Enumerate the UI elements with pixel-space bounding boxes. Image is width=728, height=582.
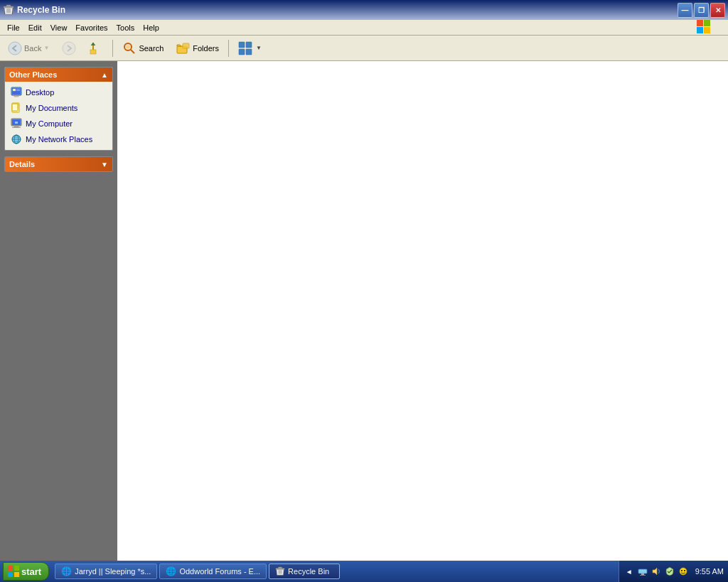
svg-rect-21 bbox=[246, 49, 252, 55]
toolbar-separator-1 bbox=[112, 40, 113, 57]
svg-rect-27 bbox=[16, 89, 20, 90]
svg-point-11 bbox=[63, 42, 75, 55]
svg-point-57 bbox=[681, 570, 682, 571]
menu-bar: File Edit View Favorites Tools Help bbox=[0, 20, 728, 36]
svg-rect-8 bbox=[697, 27, 703, 33]
windows-xp-logo bbox=[697, 20, 725, 34]
toolbar-separator-2 bbox=[228, 40, 229, 57]
folders-icon bbox=[176, 41, 191, 55]
toolbar: Back ▼ bbox=[0, 36, 728, 61]
svg-rect-2 bbox=[6, 5, 11, 6]
svg-rect-55 bbox=[640, 575, 646, 576]
sidebar: Other Places ▲ bbox=[0, 61, 117, 561]
taskbar: start 🌐 Jarryd || Sleeping *s... 🌐 Oddwo… bbox=[0, 561, 728, 582]
taskbar-item-icon-2: 🌐 bbox=[166, 566, 176, 576]
details-panel: Details ▼ bbox=[4, 156, 113, 172]
svg-rect-20 bbox=[239, 49, 245, 55]
svg-point-58 bbox=[684, 570, 685, 571]
windows-flag-icon bbox=[8, 566, 19, 577]
taskbar-item-icon-1: 🌐 bbox=[61, 566, 72, 576]
view-button[interactable]: ▼ bbox=[233, 38, 267, 58]
sidebar-item-my-network-places[interactable]: My Network Places bbox=[5, 131, 112, 147]
taskbar-item-label-3: Recycle Bin bbox=[288, 567, 329, 576]
view-icon bbox=[238, 41, 252, 55]
folders-button[interactable]: Folders bbox=[171, 38, 224, 58]
svg-rect-54 bbox=[641, 573, 644, 575]
back-arrow-icon: ▼ bbox=[43, 45, 49, 51]
menu-view[interactable]: View bbox=[46, 22, 72, 33]
restore-button[interactable]: ❐ bbox=[694, 3, 709, 18]
up-button[interactable] bbox=[84, 38, 108, 58]
menu-edit[interactable]: Edit bbox=[24, 22, 46, 33]
svg-rect-33 bbox=[12, 104, 18, 111]
svg-rect-28 bbox=[16, 90, 20, 91]
svg-point-15 bbox=[126, 45, 130, 49]
svg-rect-1 bbox=[4, 6, 14, 8]
my-network-places-icon bbox=[11, 134, 22, 145]
title-bar-left: Recycle Bin bbox=[3, 4, 65, 16]
taskbar-item-oddworld[interactable]: 🌐 Oddworld Forums - E... bbox=[159, 564, 267, 579]
svg-rect-12 bbox=[90, 50, 96, 54]
forward-icon bbox=[62, 41, 76, 55]
back-button[interactable]: Back ▼ bbox=[3, 38, 54, 58]
details-toggle-icon: ▼ bbox=[101, 161, 108, 168]
system-tray: ◄ bbox=[619, 561, 728, 582]
taskbar-item-recycle-bin[interactable]: Recycle Bin bbox=[269, 564, 340, 579]
menu-tools[interactable]: Tools bbox=[112, 22, 139, 33]
desktop-icon bbox=[11, 87, 22, 98]
my-computer-label: My Computer bbox=[26, 119, 73, 128]
my-computer-icon bbox=[11, 118, 22, 129]
svg-rect-19 bbox=[246, 42, 252, 48]
search-icon bbox=[122, 41, 136, 55]
svg-rect-44 bbox=[8, 566, 13, 571]
window-title: Recycle Bin bbox=[17, 5, 65, 15]
forward-button[interactable] bbox=[57, 38, 81, 58]
svg-rect-17 bbox=[183, 43, 189, 48]
messenger-tray-icon[interactable] bbox=[678, 566, 689, 577]
my-documents-icon bbox=[11, 102, 22, 114]
svg-rect-18 bbox=[239, 42, 245, 48]
back-icon bbox=[8, 41, 22, 55]
title-icon bbox=[3, 4, 14, 16]
svg-rect-53 bbox=[638, 569, 647, 573]
svg-point-56 bbox=[680, 568, 687, 575]
menu-help[interactable]: Help bbox=[139, 22, 164, 33]
menu-favorites[interactable]: Favorites bbox=[71, 22, 112, 33]
title-bar-buttons: — ❐ ✕ bbox=[678, 3, 725, 18]
svg-rect-47 bbox=[14, 572, 19, 577]
svg-rect-36 bbox=[14, 126, 18, 127]
taskbar-item-label-1: Jarryd || Sleeping *s... bbox=[75, 567, 151, 576]
minimize-button[interactable]: — bbox=[678, 3, 692, 18]
sidebar-item-my-documents[interactable]: My Documents bbox=[5, 100, 112, 116]
tray-expand-icon[interactable]: ◄ bbox=[623, 566, 635, 577]
back-label: Back bbox=[24, 44, 41, 53]
svg-rect-46 bbox=[8, 572, 13, 577]
svg-rect-26 bbox=[13, 89, 16, 91]
network-tray-icon[interactable] bbox=[637, 566, 648, 577]
explorer-window: Recycle Bin — ❐ ✕ File Edit View Favorit… bbox=[0, 0, 728, 561]
other-places-title: Other Places bbox=[9, 70, 57, 79]
taskbar-item-jarryd[interactable]: 🌐 Jarryd || Sleeping *s... bbox=[55, 564, 157, 579]
svg-rect-45 bbox=[14, 566, 19, 571]
up-icon bbox=[89, 41, 103, 55]
close-button[interactable]: ✕ bbox=[710, 3, 725, 18]
my-documents-label: My Documents bbox=[26, 104, 77, 112]
content-area bbox=[117, 61, 728, 561]
volume-tray-icon[interactable] bbox=[651, 566, 662, 577]
my-network-places-label: My Network Places bbox=[26, 135, 92, 144]
svg-rect-9 bbox=[704, 27, 710, 33]
start-button[interactable]: start bbox=[3, 562, 49, 581]
taskbar-items: 🌐 Jarryd || Sleeping *s... 🌐 Oddworld Fo… bbox=[52, 564, 618, 579]
folders-label: Folders bbox=[193, 44, 219, 53]
menu-file[interactable]: File bbox=[3, 22, 24, 33]
other-places-toggle-icon: ▲ bbox=[101, 71, 108, 79]
other-places-content: Desktop bbox=[5, 82, 112, 150]
sidebar-item-desktop[interactable]: Desktop bbox=[5, 85, 112, 100]
details-header[interactable]: Details ▼ bbox=[5, 157, 112, 171]
security-tray-icon[interactable] bbox=[664, 566, 675, 577]
other-places-header[interactable]: Other Places ▲ bbox=[5, 68, 112, 82]
sidebar-item-my-computer[interactable]: My Computer bbox=[5, 116, 112, 131]
search-label: Search bbox=[139, 44, 164, 53]
svg-rect-37 bbox=[12, 127, 21, 128]
search-button[interactable]: Search bbox=[117, 38, 168, 58]
